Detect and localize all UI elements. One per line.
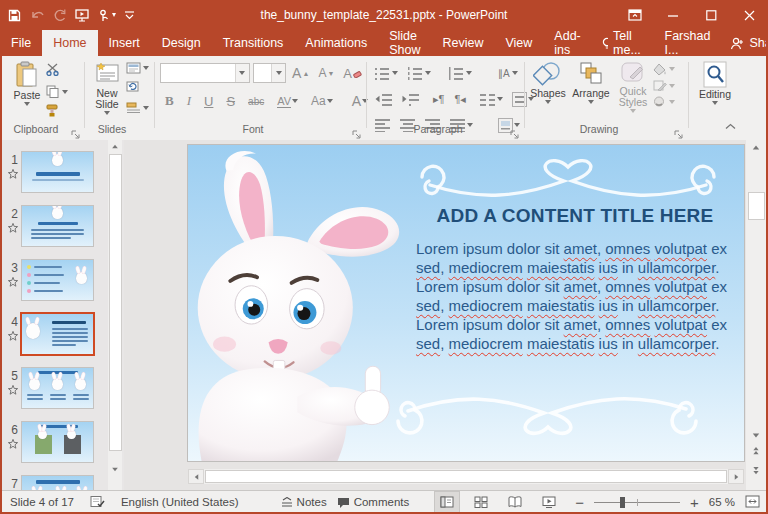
ribbon-display-options-icon[interactable] <box>616 0 654 30</box>
slide-thumbnail-2[interactable]: 2 <box>2 206 108 246</box>
normal-view-button[interactable] <box>435 492 459 512</box>
ribbon-tab-slide-show[interactable]: Slide Show <box>378 30 431 56</box>
font-size-combobox[interactable] <box>253 63 287 83</box>
thumbnail-preview[interactable] <box>22 260 93 300</box>
thumbnail-preview[interactable] <box>22 422 93 462</box>
slide-show-button[interactable] <box>537 492 561 512</box>
clear-formatting-button[interactable]: A <box>340 66 365 81</box>
share-button[interactable]: Share <box>720 30 768 56</box>
copy-icon[interactable] <box>46 85 68 98</box>
underline-button[interactable]: U <box>201 94 216 109</box>
slide-thumbnail-4[interactable]: 4 <box>2 314 108 354</box>
slide-thumbnail-7[interactable]: 7 <box>2 476 108 490</box>
scroll-down-icon[interactable] <box>746 428 766 442</box>
font-name-caret-icon[interactable] <box>235 64 249 82</box>
clipboard-dialog-launcher-icon[interactable] <box>71 125 80 134</box>
thumbnail-preview[interactable] <box>22 476 93 490</box>
scroll-up-icon[interactable] <box>746 140 766 154</box>
next-slide-button[interactable] <box>746 466 766 475</box>
slide-thumbnail-5[interactable]: 5 <box>2 368 108 408</box>
thumbnail-scroll-down-icon[interactable] <box>108 463 122 476</box>
increase-indent-button[interactable] <box>400 92 421 107</box>
zoom-slider-thumb[interactable] <box>620 497 625 508</box>
font-name-combobox[interactable] <box>160 63 250 83</box>
rtl-button[interactable]: ¶◂ <box>452 92 467 107</box>
reset-icon[interactable] <box>126 79 149 97</box>
zoom-out-button[interactable]: − <box>575 494 584 511</box>
thumbnail-scrollbar[interactable] <box>108 140 122 490</box>
slide-body-text[interactable]: Lorem ipsum dolor sit amet, omnes volutp… <box>416 239 730 353</box>
language-indicator[interactable]: English (United States) <box>121 496 239 508</box>
ribbon-tab-transitions[interactable]: Transitions <box>212 30 295 56</box>
quick-styles-button[interactable]: Quick Styles <box>613 58 653 113</box>
ribbon-tab-review[interactable]: Review <box>431 30 494 56</box>
numbering-button[interactable] <box>406 66 433 81</box>
ltr-button[interactable]: ▸¶ <box>431 92 446 107</box>
collapse-ribbon-icon[interactable] <box>725 116 736 134</box>
ribbon-tab-insert[interactable]: Insert <box>98 30 151 56</box>
shape-effects-icon[interactable] <box>653 96 675 107</box>
font-dialog-launcher-icon[interactable] <box>352 125 361 134</box>
section-icon[interactable] <box>126 102 149 113</box>
account-name[interactable]: Farshad I... <box>655 30 721 56</box>
strikethrough-button[interactable]: S <box>223 94 238 109</box>
decrease-font-size-button[interactable]: A▼ <box>315 66 337 80</box>
slide-thumbnail-1[interactable]: 1 <box>2 152 108 192</box>
slide-counter[interactable]: Slide 4 of 17 <box>10 496 74 508</box>
notes-button[interactable]: Notes <box>281 496 327 508</box>
thumbnail-preview[interactable] <box>22 152 93 192</box>
ribbon-tab-animations[interactable]: Animations <box>294 30 378 56</box>
font-size-caret-icon[interactable] <box>271 64 285 82</box>
slide-thumbnail-6[interactable]: 6 <box>2 422 108 462</box>
slide-sorter-button[interactable] <box>469 492 493 512</box>
scroll-right-icon[interactable] <box>728 469 744 484</box>
horizontal-scrollbar-thumb[interactable] <box>205 470 727 483</box>
text-shadow-button[interactable]: abc <box>245 96 267 107</box>
thumbnail-scroll-up-icon[interactable] <box>108 140 122 153</box>
zoom-in-button[interactable]: + <box>690 494 699 511</box>
new-slide-button[interactable]: New Slide <box>88 58 126 115</box>
ribbon-tab-file[interactable]: File <box>0 30 42 56</box>
shape-fill-icon[interactable] <box>653 63 675 75</box>
layout-icon[interactable] <box>126 62 149 74</box>
thumbnail-preview[interactable] <box>22 314 93 354</box>
text-direction-button[interactable]: ∥A <box>496 67 520 80</box>
paragraph-dialog-launcher-icon[interactable] <box>510 125 519 134</box>
format-painter-icon[interactable] <box>46 103 68 121</box>
cut-icon[interactable] <box>46 62 68 80</box>
drawing-dialog-launcher-icon[interactable] <box>674 125 683 134</box>
slide-title-text[interactable]: ADD A CONTENT TITLE HERE <box>414 205 736 227</box>
line-spacing-button[interactable] <box>447 66 474 81</box>
change-case-button[interactable]: Aa <box>308 94 336 108</box>
maximize-icon[interactable] <box>692 0 730 30</box>
zoom-level[interactable]: 65 % <box>709 496 735 508</box>
zoom-slider[interactable] <box>594 492 680 512</box>
tell-me-box[interactable]: Tell me... <box>592 30 655 56</box>
vertical-scrollbar[interactable] <box>746 140 766 490</box>
ribbon-tab-home[interactable]: Home <box>42 30 97 56</box>
bold-button[interactable]: B <box>162 93 177 109</box>
close-icon[interactable] <box>730 0 768 30</box>
columns-button[interactable] <box>478 92 505 107</box>
bullets-button[interactable] <box>373 66 400 81</box>
thumbnail-preview[interactable] <box>22 206 93 246</box>
thumbnail-scrollbar-thumb[interactable] <box>109 154 122 451</box>
editing-button[interactable]: Editing <box>689 58 741 105</box>
character-spacing-button[interactable]: AV <box>274 95 301 108</box>
spell-check-icon[interactable] <box>90 495 105 510</box>
shapes-button[interactable]: Shapes <box>527 58 569 113</box>
ribbon-tab-view[interactable]: View <box>494 30 543 56</box>
paste-button[interactable]: Paste <box>8 58 46 121</box>
scroll-left-icon[interactable] <box>188 469 204 484</box>
arrange-button[interactable]: Arrange <box>569 58 613 113</box>
reading-view-button[interactable] <box>503 492 527 512</box>
vertical-scrollbar-thumb[interactable] <box>748 192 765 220</box>
previous-slide-button[interactable] <box>746 446 766 455</box>
slide-thumbnail-3[interactable]: 3 <box>2 260 108 300</box>
horizontal-scrollbar[interactable] <box>188 469 744 484</box>
slide-canvas[interactable]: ADD A CONTENT TITLE HERE Lorem ipsum dol… <box>188 145 744 461</box>
minimize-icon[interactable] <box>654 0 692 30</box>
increase-font-size-button[interactable]: A▲ <box>289 65 312 81</box>
comments-button[interactable]: Comments <box>337 496 410 508</box>
ribbon-tab-add-ins[interactable]: Add-ins <box>543 30 591 56</box>
